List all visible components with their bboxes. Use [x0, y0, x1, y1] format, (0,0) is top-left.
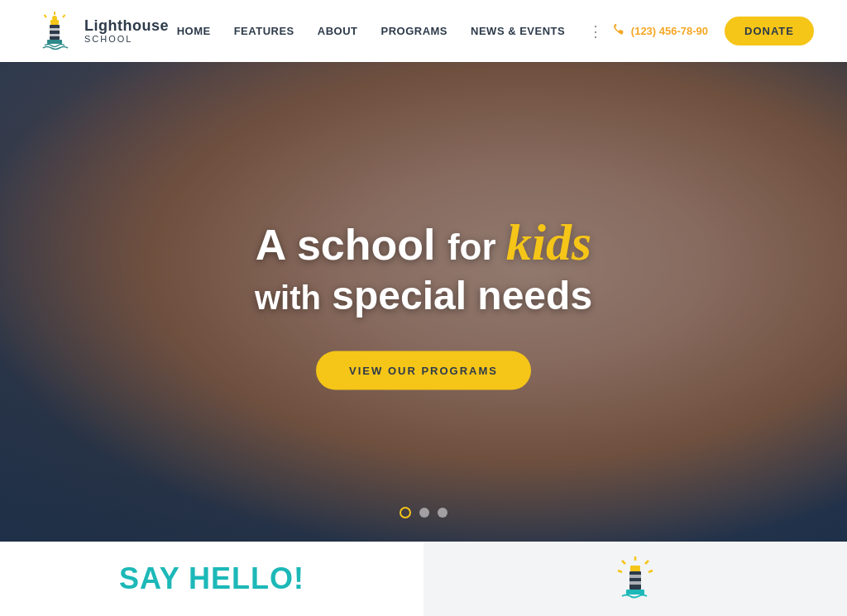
svg-line-12: [648, 571, 653, 572]
nav-item-programs[interactable]: PROGRAMS: [380, 25, 447, 37]
nav-item-features[interactable]: FEATURES: [234, 25, 294, 37]
header: Lighthouse SCHOOL HOME FEATURES ABOUT PR…: [0, 0, 847, 62]
svg-rect-16: [629, 575, 641, 578]
svg-rect-14: [630, 566, 640, 571]
hero-text-a-school: A school: [256, 221, 436, 269]
svg-rect-8: [47, 40, 62, 44]
svg-line-13: [618, 571, 622, 572]
bottom-teaser: SAY HELLO!: [0, 542, 847, 616]
main-nav: HOME FEATURES ABOUT PROGRAMS NEWS & EVEN…: [177, 22, 605, 41]
svg-rect-6: [50, 28, 60, 31]
svg-line-10: [645, 561, 648, 564]
svg-line-11: [622, 561, 625, 564]
hero-dot-2[interactable]: [419, 508, 429, 518]
hero-headline-line1: A school for kids: [0, 214, 847, 270]
svg-line-2: [45, 15, 47, 17]
lighthouse-small-icon: [610, 554, 660, 604]
hero-content: A school for kids with special needs VIE…: [0, 214, 847, 390]
svg-rect-5: [50, 25, 60, 40]
hero-text-for: for: [447, 227, 506, 267]
nav-item-home[interactable]: HOME: [177, 25, 211, 37]
view-programs-button[interactable]: VIEW OUR PROGRAMS: [316, 351, 531, 389]
hero-text-with: with: [255, 279, 321, 316]
svg-line-1: [63, 15, 65, 17]
svg-rect-17: [629, 581, 641, 585]
hero-headline-line2: with special needs: [0, 272, 847, 320]
lighthouse-icon-section: [424, 542, 847, 616]
svg-rect-15: [629, 571, 641, 590]
nav-item-news-events[interactable]: NEWS & EVENTS: [471, 25, 565, 37]
phone-number: (123) 456-78-90: [631, 25, 708, 37]
nav-more-dots[interactable]: ⋮: [588, 22, 605, 41]
lighthouse-logo-icon: [33, 10, 76, 53]
logo-title: Lighthouse: [84, 18, 169, 35]
hero-text-special-needs: special needs: [332, 274, 592, 318]
hero-text-kids: kids: [506, 214, 591, 270]
logo-text-block: Lighthouse SCHOOL: [84, 18, 169, 45]
donate-button[interactable]: DONATE: [725, 17, 814, 45]
nav-item-about[interactable]: ABOUT: [318, 25, 358, 37]
hero-carousel-dots: [400, 507, 447, 518]
svg-rect-4: [50, 20, 59, 25]
logo[interactable]: Lighthouse SCHOOL: [33, 10, 169, 53]
phone-area[interactable]: (123) 456-78-90: [613, 23, 708, 40]
hero-dot-3[interactable]: [438, 508, 447, 518]
say-hello-text: SAY HELLO!: [119, 561, 304, 596]
header-right: (123) 456-78-90 DONATE: [613, 17, 814, 45]
svg-rect-18: [626, 590, 644, 595]
svg-rect-7: [50, 34, 60, 36]
phone-icon: [613, 23, 626, 40]
hero-section: A school for kids with special needs VIE…: [0, 62, 847, 542]
logo-subtitle: SCHOOL: [84, 34, 169, 44]
hero-dot-1[interactable]: [400, 507, 411, 518]
say-hello-section: SAY HELLO!: [0, 542, 424, 616]
